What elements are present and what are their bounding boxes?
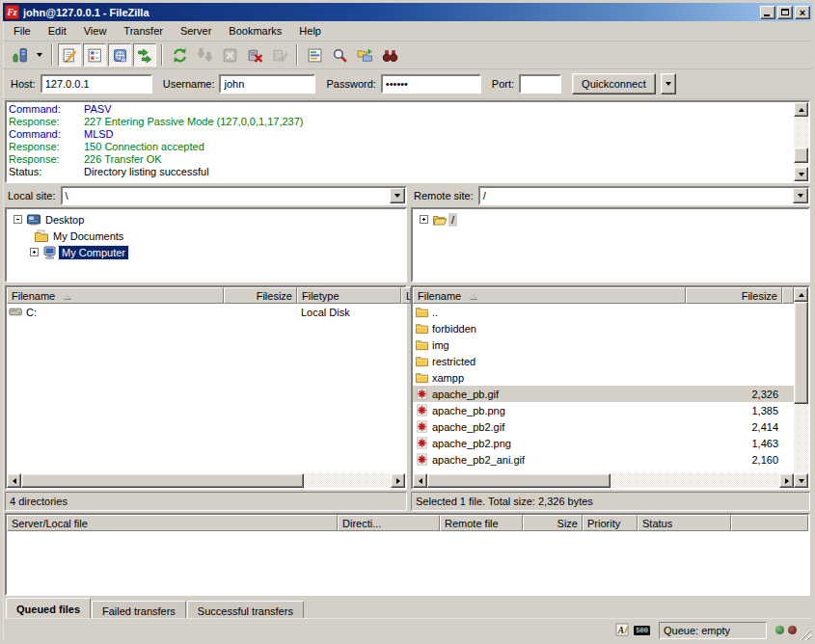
site-manager-button[interactable]	[8, 43, 31, 67]
local-site-row: Local site: \	[5, 185, 407, 206]
scroll-down-button[interactable]	[794, 167, 808, 181]
column-header-filetype[interactable]: Filetype	[297, 287, 401, 304]
menu-item-edit[interactable]: Edit	[40, 22, 75, 40]
column-header-filename[interactable]: Filename	[7, 287, 224, 304]
port-input[interactable]	[519, 74, 561, 94]
filezilla-logo-icon: Fz	[5, 5, 19, 19]
menu-item-server[interactable]: Server	[172, 22, 220, 40]
scroll-right-button[interactable]	[391, 473, 405, 488]
toggle-remote-tree-button[interactable]	[108, 43, 131, 67]
expand-expander[interactable]	[420, 215, 428, 224]
file-row-apache-pb-gif[interactable]: apache_pb.gif2,326	[413, 386, 794, 402]
file-row-apache-pb-png[interactable]: apache_pb.png1,385	[413, 402, 794, 418]
column-header-priority[interactable]: Priority	[583, 515, 638, 531]
column-header-filesize[interactable]: Filesize	[686, 287, 782, 304]
directory-comparison-button[interactable]	[353, 43, 376, 67]
disconnect-icon	[247, 47, 263, 64]
minimize-button[interactable]	[760, 6, 775, 19]
scroll-thumb[interactable]	[427, 473, 611, 488]
menu-item-bookmarks[interactable]: Bookmarks	[220, 22, 290, 40]
scroll-up-button[interactable]	[794, 102, 808, 117]
filter-icon	[307, 47, 323, 64]
file-row-apache-pb2-ani-gif[interactable]: apache_pb2_ani.gif2,160	[413, 451, 794, 468]
file-search-button[interactable]	[328, 43, 351, 67]
filter-button[interactable]	[303, 43, 326, 67]
remote-pane: Remote site: / / FilenameFilesize ..forb…	[411, 185, 810, 511]
tab-successful-transfers[interactable]: Successful transfers	[187, 601, 304, 618]
scroll-down-button[interactable]	[794, 473, 808, 488]
resize-grip[interactable]	[799, 628, 811, 640]
file-row-restricted[interactable]: restricted	[413, 353, 794, 369]
collapse-expander[interactable]	[14, 215, 22, 224]
file-row-xampp[interactable]: xampp	[413, 369, 794, 386]
synchronized-browsing-button[interactable]	[378, 43, 401, 67]
speed-limits-icon[interactable]: 500	[634, 626, 650, 635]
expand-expander[interactable]	[30, 248, 39, 256]
tree-item-root[interactable]: /	[416, 211, 808, 228]
quickconnect-button[interactable]: Quickconnect	[572, 73, 656, 94]
column-header-l[interactable]: L	[401, 287, 411, 304]
process-queue-button[interactable]	[193, 43, 216, 67]
filename-cell: forbidden	[413, 320, 686, 336]
local-horizontal-scrollbar[interactable]	[7, 473, 405, 488]
column-header-directi-[interactable]: Directi...	[338, 515, 440, 531]
file-row-apache-pb2-png[interactable]: apache_pb2.png1,463	[413, 435, 794, 451]
file-row-img[interactable]: img	[413, 336, 794, 353]
username-input[interactable]	[219, 74, 315, 94]
file-row-forbidden[interactable]: forbidden	[413, 320, 794, 336]
menu-item-view[interactable]: View	[75, 22, 116, 40]
log-type: Command:	[9, 128, 84, 141]
column-header-status[interactable]: Status	[638, 515, 731, 531]
remote-vertical-scrollbar[interactable]	[794, 287, 808, 488]
menu-item-transfer[interactable]: Transfer	[115, 22, 172, 40]
site-manager-dropdown[interactable]	[33, 43, 46, 67]
close-button[interactable]: ×	[795, 6, 810, 19]
arrow-left-icon	[10, 478, 16, 484]
scroll-left-button[interactable]	[413, 473, 427, 488]
file-row-C-[interactable]: C:Local Disk	[7, 304, 405, 320]
toggle-message-log-button[interactable]	[58, 43, 81, 67]
image-file-icon	[415, 403, 432, 418]
host-input[interactable]	[41, 74, 152, 94]
file-row-apache-pb2-gif[interactable]: apache_pb2.gif2,414	[413, 418, 794, 435]
log-type: Response:	[9, 116, 84, 128]
scroll-right-button[interactable]	[779, 473, 794, 488]
file-row--[interactable]: ..	[413, 304, 794, 320]
menu-item-help[interactable]: Help	[290, 22, 330, 40]
transfer-type-ascii-icon[interactable]: A	[614, 623, 630, 638]
remote-horizontal-scrollbar[interactable]	[413, 473, 794, 488]
log-message: 227 Entering Passive Mode (127,0,0,1,17,…	[84, 116, 303, 128]
scroll-thumb[interactable]	[794, 302, 808, 404]
tab-failed-transfers[interactable]: Failed transfers	[92, 601, 186, 618]
scroll-up-button[interactable]	[794, 287, 808, 302]
password-input[interactable]	[381, 74, 481, 94]
message-log-scrollbar[interactable]	[794, 102, 808, 181]
reconnect-button[interactable]	[268, 43, 291, 67]
scroll-thumb[interactable]	[794, 148, 808, 163]
tree-item-my-computer[interactable]: My Computer	[10, 244, 405, 260]
tab-queued-files[interactable]: Queued files	[6, 598, 91, 618]
local-site-dropdown[interactable]	[390, 188, 405, 203]
toggle-local-tree-button[interactable]	[83, 43, 106, 67]
column-header-filename[interactable]: Filename	[413, 287, 686, 304]
menu-item-file[interactable]: File	[5, 22, 40, 40]
maximize-button[interactable]	[777, 6, 793, 19]
disconnect-button[interactable]	[243, 43, 266, 67]
quickconnect-dropdown[interactable]	[661, 73, 676, 94]
scroll-left-button[interactable]	[7, 473, 21, 488]
queue-size-indicator: Queue: empty	[659, 622, 767, 639]
remote-site-combo[interactable]: /	[478, 186, 810, 205]
column-header-server-local-file[interactable]: Server/Local file	[7, 515, 338, 531]
scroll-thumb[interactable]	[21, 473, 304, 488]
remote-site-dropdown[interactable]	[793, 188, 808, 203]
cancel-button[interactable]	[218, 43, 241, 67]
refresh-button[interactable]	[168, 43, 191, 67]
toggle-transfer-queue-button[interactable]	[133, 43, 156, 67]
column-header-size[interactable]: Size	[523, 515, 583, 531]
filename-cell: apache_pb.png	[413, 402, 686, 418]
tree-item-desktop[interactable]: Desktop	[10, 211, 405, 228]
tree-item-my-documents[interactable]: My Documents	[10, 228, 405, 244]
column-header-filesize[interactable]: Filesize	[224, 287, 297, 304]
column-header-remote-file[interactable]: Remote file	[440, 515, 523, 531]
local-site-combo[interactable]: \	[61, 186, 407, 205]
